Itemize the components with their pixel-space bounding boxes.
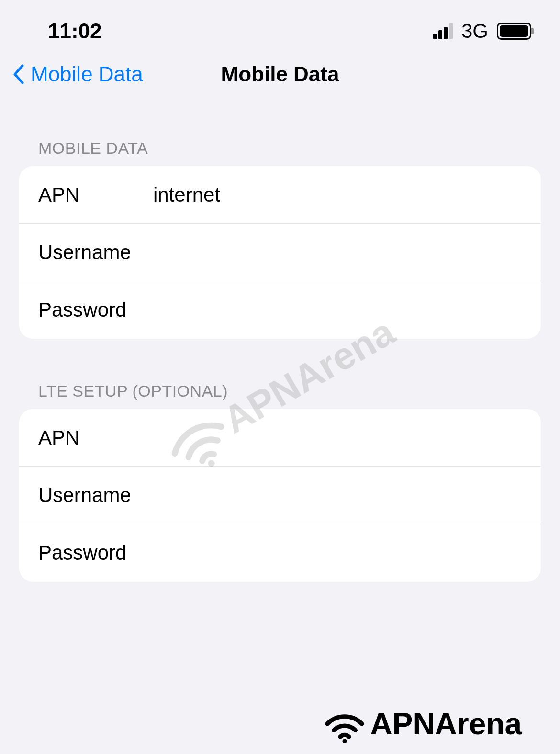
svg-point-1	[343, 739, 347, 743]
label-lte-apn: APN	[38, 426, 153, 449]
content: MOBILE DATA APN Username Password LTE SE…	[0, 105, 560, 582]
label-lte-password: Password	[38, 541, 153, 564]
input-username[interactable]	[153, 241, 522, 264]
row-username[interactable]: Username	[19, 224, 541, 281]
navigation-bar: Mobile Data Mobile Data	[0, 53, 560, 105]
wifi-icon	[323, 702, 366, 745]
section-header-lte-setup: LTE SETUP (OPTIONAL)	[19, 382, 541, 409]
section-mobile-data: APN Username Password	[19, 166, 541, 339]
watermark-bottom: APNArena	[323, 702, 522, 745]
battery-icon	[497, 23, 531, 40]
section-lte-setup: APN Username Password	[19, 409, 541, 582]
row-lte-apn[interactable]: APN	[19, 409, 541, 467]
status-time: 11:02	[48, 19, 102, 43]
label-lte-username: Username	[38, 484, 153, 507]
chevron-left-icon	[11, 62, 26, 86]
row-lte-password[interactable]: Password	[19, 524, 541, 582]
page-title: Mobile Data	[221, 62, 339, 86]
label-apn: APN	[38, 183, 153, 206]
input-lte-username[interactable]	[153, 484, 522, 507]
input-password[interactable]	[153, 298, 522, 321]
back-label: Mobile Data	[31, 62, 143, 86]
label-username: Username	[38, 241, 153, 264]
status-bar: 11:02 3G	[0, 0, 560, 53]
status-right: 3G	[433, 20, 531, 43]
input-lte-password[interactable]	[153, 541, 522, 564]
watermark-text: APNArena	[370, 706, 522, 742]
section-header-mobile-data: MOBILE DATA	[19, 139, 541, 166]
back-button[interactable]: Mobile Data	[11, 62, 143, 86]
input-apn[interactable]	[153, 183, 522, 206]
row-apn[interactable]: APN	[19, 166, 541, 224]
input-lte-apn[interactable]	[153, 426, 522, 449]
row-lte-username[interactable]: Username	[19, 467, 541, 524]
label-password: Password	[38, 298, 153, 321]
network-type: 3G	[461, 20, 488, 43]
signal-strength-icon	[433, 23, 453, 39]
row-password[interactable]: Password	[19, 281, 541, 339]
